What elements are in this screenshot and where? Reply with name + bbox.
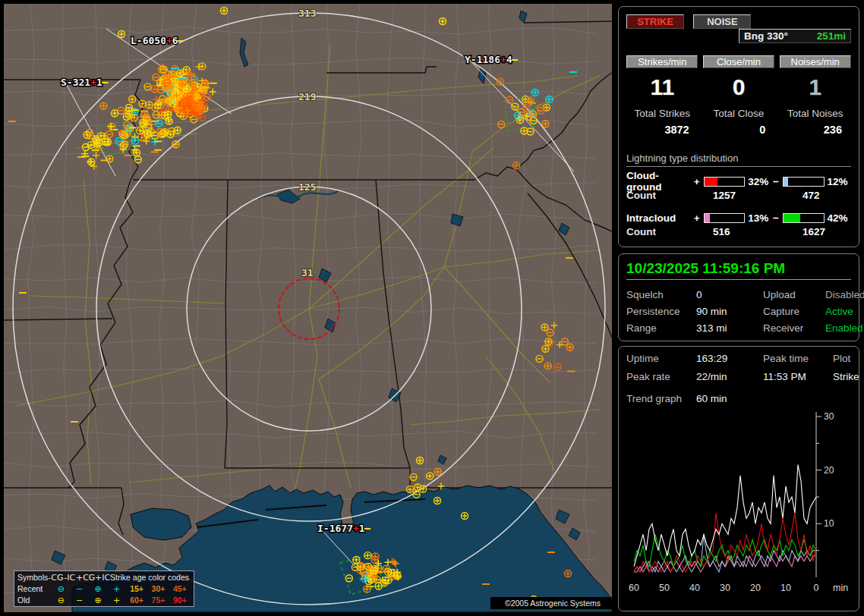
- lightning-map[interactable]: 31321912531S-321+1L-6050+6Y-1186+4I-1677…: [4, 4, 612, 612]
- distribution-title: Lightning type distribution: [626, 152, 851, 167]
- svg-text:31: 31: [301, 267, 314, 278]
- uptime-value: 163:29: [696, 353, 763, 364]
- strike-button[interactable]: STRIKE: [626, 14, 684, 29]
- bearing-readout: Bng 330° 251mi: [739, 29, 851, 43]
- total-strikes-value: 3872: [626, 124, 698, 136]
- bearing-distance: 251mi: [817, 30, 846, 42]
- receiver-label: Receiver: [763, 322, 825, 334]
- legend-symbols-header: Symbols: [17, 572, 48, 583]
- cg-plus-bar: [704, 177, 745, 187]
- copyright-text: ©2005 Astrogenic Systems: [490, 597, 615, 609]
- intracloud-row: Intracloud + 13% − 42%: [626, 211, 851, 225]
- legend-age-code: 90+: [169, 595, 191, 606]
- persistence-label: Persistence: [626, 306, 696, 317]
- receiver-value: Enabled: [825, 322, 864, 334]
- svg-text:20: 20: [824, 465, 834, 476]
- map-legend: Symbols-CG-IC+CG+ICStrike age color code…: [14, 570, 194, 607]
- legend-age-code: 30+: [147, 583, 169, 595]
- svg-text:219: 219: [298, 91, 316, 102]
- squelch-value: 0: [696, 289, 763, 300]
- trend-panel: Uptime 163:29 Peak time Plot Peak rate 2…: [618, 346, 859, 611]
- svg-text:min: min: [833, 583, 848, 593]
- range-value: 313 mi: [696, 322, 763, 334]
- svg-text:Y-1186+4: Y-1186+4: [465, 54, 512, 65]
- capture-label: Capture: [763, 306, 825, 317]
- lightning-type-distribution: Lightning type distribution Cloud-ground…: [626, 152, 851, 238]
- noises-per-min-column: Noises/min 1 Total Noises 236: [779, 55, 851, 136]
- legend-col-header: -IC: [63, 572, 76, 583]
- legend-col-header: +IC: [95, 572, 110, 583]
- upload-label: Upload: [763, 289, 825, 300]
- cg-minus-bar: [783, 177, 824, 187]
- total-strikes-label: Total Strikes: [626, 108, 698, 119]
- nexstorm-window: { "panel": { "strike_btn": "STRIKE", "no…: [0, 0, 864, 616]
- trend-graph-label: Trend graph: [626, 393, 696, 404]
- cg-plus-count: 1257: [702, 190, 792, 202]
- ic-plus-count: 516: [702, 226, 792, 238]
- peak-rate-label: Peak rate: [626, 371, 696, 382]
- range-label: Range: [626, 322, 696, 334]
- legend-symbol-glyph: +: [107, 583, 125, 595]
- upload-value: Disabled: [825, 289, 864, 300]
- plot-value: Strike: [833, 371, 859, 382]
- strikes-per-min-value: 11: [626, 74, 698, 100]
- peak-time-header: Peak time: [763, 353, 833, 364]
- capture-value: Active: [825, 306, 864, 317]
- legend-age-code: 60+: [126, 595, 147, 606]
- status-panel: 10/23/2025 11:59:16 PM Squelch 0 Upload …: [618, 253, 859, 341]
- noises-per-min-value: 1: [779, 74, 851, 100]
- ic-minus-bar: [783, 213, 824, 223]
- total-noises-label: Total Noises: [779, 108, 851, 119]
- svg-text:30: 30: [824, 411, 834, 422]
- svg-text:60: 60: [629, 583, 639, 593]
- legend-row-label: Recent: [17, 583, 52, 595]
- legend-age-code: 75+: [147, 595, 169, 606]
- close-per-min-value: 0: [703, 74, 775, 100]
- squelch-label: Squelch: [626, 289, 696, 300]
- svg-text:20: 20: [750, 583, 761, 593]
- svg-text:I-1677+1: I-1677+1: [317, 523, 365, 534]
- svg-text:L-6050+6: L-6050+6: [131, 35, 178, 46]
- noises-per-min-header: Noises/min: [780, 55, 851, 68]
- svg-text:10: 10: [824, 518, 834, 529]
- total-noises-value: 236: [779, 124, 851, 136]
- legend-symbol-glyph: −: [70, 583, 88, 595]
- legend-symbol-glyph: ⊕: [89, 595, 107, 606]
- uptime-label: Uptime: [626, 353, 696, 364]
- ic-plus-bar: [704, 213, 745, 223]
- peak-rate-value: 22/min: [696, 371, 763, 382]
- legend-row-label: Old: [17, 595, 52, 606]
- ic-minus-count: 1627: [792, 226, 825, 238]
- legend-symbol-glyph: ⊖: [52, 583, 70, 595]
- legend-age-code: 15+: [126, 583, 147, 595]
- cg-minus-count: 472: [792, 190, 820, 202]
- svg-text:10: 10: [780, 583, 791, 593]
- svg-text:50: 50: [659, 583, 670, 593]
- stats-panel: STRIKE NOISE Bng 330° 251mi Strikes/min …: [618, 6, 859, 247]
- peak-time-value: 11:53 PM: [763, 371, 833, 382]
- plot-header: Plot: [833, 353, 859, 364]
- total-close-value: 0: [703, 124, 775, 136]
- strikes-per-min-column: Strikes/min 11 Total Strikes 3872: [626, 55, 698, 136]
- cloud-ground-row: Cloud-ground + 32% − 12%: [626, 174, 851, 188]
- intracloud-counts: Count 516 1627: [626, 226, 851, 238]
- svg-text:313: 313: [298, 8, 316, 19]
- legend-symbol-glyph: +: [107, 595, 125, 606]
- legend-symbol-glyph: ⊖: [52, 595, 70, 606]
- close-per-min-header: Close/min: [703, 55, 774, 68]
- svg-text:0: 0: [814, 583, 819, 593]
- cloud-ground-counts: Count 1257 472: [626, 190, 851, 202]
- noise-button[interactable]: NOISE: [693, 14, 751, 29]
- lightning-map-frame: 31321912531S-321+1L-6050+6Y-1186+4I-1677…: [0, 0, 615, 616]
- legend-age-code: 45+: [169, 583, 191, 595]
- trend-graph-value: 60 min: [696, 393, 727, 404]
- svg-text:S-321+1: S-321+1: [61, 77, 102, 88]
- svg-text:125: 125: [298, 181, 316, 193]
- svg-text:30: 30: [720, 583, 730, 593]
- persistence-value: 90 min: [696, 306, 763, 317]
- legend-col-header: +CG: [76, 572, 95, 583]
- legend-age-title: Strike age color codes: [110, 572, 191, 583]
- svg-text:40: 40: [689, 583, 700, 593]
- close-per-min-column: Close/min 0 Total Close 0: [703, 55, 775, 136]
- trend-graph-chart: 1020306050403020100min: [626, 406, 851, 605]
